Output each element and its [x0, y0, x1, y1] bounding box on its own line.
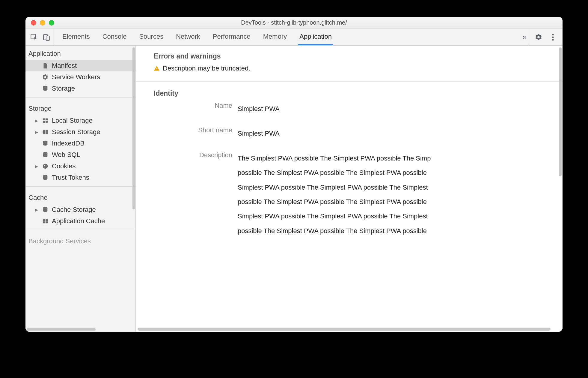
- window-title: DevTools - stitch-glib-typhoon.glitch.me…: [25, 19, 563, 26]
- svg-rect-28: [156, 68, 157, 69]
- tab-label: Sources: [139, 33, 163, 40]
- device-toggle-icon[interactable]: [42, 33, 51, 41]
- svg-rect-25: [46, 219, 48, 221]
- svg-point-19: [46, 165, 46, 166]
- svg-point-16: [43, 152, 48, 154]
- sidebar-item-service-workers[interactable]: Service Workers: [25, 71, 135, 83]
- tab-elements[interactable]: Elements: [61, 29, 91, 45]
- sidebar-divider: [25, 230, 135, 230]
- svg-rect-26: [43, 221, 45, 223]
- more-tabs-button[interactable]: »: [520, 33, 529, 41]
- sidebar-item-storage[interactable]: Storage: [25, 83, 135, 94]
- panes: ApplicationManifestService WorkersStorag…: [25, 46, 563, 332]
- sidebar-item-manifest[interactable]: Manifest: [25, 60, 135, 71]
- tab-network[interactable]: Network: [175, 29, 201, 45]
- sidebar-item-label: Storage: [52, 85, 75, 92]
- tab-performance[interactable]: Performance: [212, 29, 252, 45]
- tab-sources[interactable]: Sources: [138, 29, 165, 45]
- content-vertical-scrollbar[interactable]: [559, 47, 562, 176]
- svg-rect-7: [43, 118, 45, 120]
- svg-rect-8: [46, 118, 48, 120]
- sidebar-item-label: Service Workers: [52, 73, 100, 81]
- grid-icon: [42, 117, 49, 124]
- sidebar-horizontal-scrollbar[interactable]: [27, 328, 96, 331]
- application-sidebar: ApplicationManifestService WorkersStorag…: [25, 46, 136, 332]
- expand-icon: ▶: [34, 130, 39, 134]
- toolbar-right: [529, 29, 563, 45]
- db-icon: [42, 174, 49, 181]
- db-icon: [42, 151, 49, 158]
- sidebar-item-label: IndexedDB: [52, 140, 85, 147]
- svg-rect-2: [46, 36, 49, 40]
- sidebar-vertical-scrollbar[interactable]: [132, 47, 135, 209]
- settings-icon[interactable]: [534, 33, 543, 41]
- traffic-lights: [25, 20, 54, 26]
- sidebar-section-storage: Storage: [25, 100, 135, 115]
- inspect-element-icon[interactable]: [30, 33, 38, 41]
- tab-label: Console: [102, 33, 127, 40]
- minimize-window-button[interactable]: [40, 20, 45, 26]
- tab-application[interactable]: Application: [298, 29, 333, 45]
- file-icon: [42, 62, 49, 69]
- svg-rect-13: [43, 132, 45, 134]
- sidebar-item-indexeddb[interactable]: IndexedDB: [25, 138, 135, 149]
- manifest-panel: Errors and warnings Description may be t…: [136, 46, 563, 332]
- short-name-label: Short name: [154, 126, 238, 134]
- db-icon: [42, 140, 49, 147]
- kebab-menu-icon[interactable]: [549, 33, 557, 41]
- description-label: Description: [154, 151, 238, 159]
- main-toolbar: ElementsConsoleSourcesNetworkPerformance…: [25, 29, 563, 46]
- devtools-window: DevTools - stitch-glib-typhoon.glitch.me…: [25, 17, 563, 332]
- identity-description-row: Description The Simplest PWA possible Th…: [154, 151, 563, 238]
- sidebar-item-application-cache[interactable]: Application Cache: [25, 215, 135, 227]
- svg-rect-27: [46, 221, 48, 223]
- warning-icon: [154, 65, 160, 71]
- short-name-value: Simplest PWA: [238, 126, 280, 141]
- content-horizontal-scrollbar[interactable]: [138, 328, 551, 331]
- tab-memory[interactable]: Memory: [262, 29, 288, 45]
- svg-point-3: [552, 34, 554, 35]
- svg-point-22: [43, 175, 48, 177]
- identity-short-name-row: Short name Simplest PWA: [154, 126, 563, 141]
- name-value: Simplest PWA: [238, 102, 280, 116]
- sidebar-divider: [25, 186, 135, 187]
- tab-label: Performance: [213, 33, 251, 40]
- sidebar-item-trust-tokens[interactable]: Trust Tokens: [25, 172, 135, 183]
- tab-label: Network: [176, 33, 200, 40]
- sidebar-item-label: Manifest: [52, 62, 77, 70]
- svg-point-17: [43, 164, 48, 169]
- svg-rect-29: [156, 70, 157, 70]
- svg-rect-11: [43, 130, 45, 132]
- grid-icon: [42, 218, 49, 225]
- db-icon: [42, 206, 49, 213]
- sidebar-section-background-services: Background Services: [25, 233, 135, 248]
- sidebar-item-label: Local Storage: [52, 117, 93, 124]
- svg-point-20: [44, 167, 45, 167]
- svg-rect-12: [46, 130, 48, 132]
- sidebar-item-web-sql[interactable]: Web SQL: [25, 149, 135, 160]
- close-window-button[interactable]: [31, 20, 36, 26]
- svg-rect-24: [43, 219, 45, 221]
- sidebar-item-label: Web SQL: [52, 151, 80, 159]
- svg-rect-9: [43, 121, 45, 123]
- svg-point-5: [552, 39, 554, 40]
- tab-console[interactable]: Console: [101, 29, 128, 45]
- sidebar-item-label: Cookies: [52, 162, 76, 170]
- titlebar: DevTools - stitch-glib-typhoon.glitch.me…: [25, 17, 563, 29]
- tab-label: Elements: [62, 33, 90, 40]
- sidebar-divider: [25, 97, 135, 98]
- sidebar-item-cache-storage[interactable]: ▶Cache Storage: [25, 204, 135, 215]
- section-divider: [136, 81, 563, 82]
- inspect-controls: [25, 29, 55, 45]
- panel-tabs: ElementsConsoleSourcesNetworkPerformance…: [55, 29, 520, 45]
- warning-text: Description may be truncated.: [163, 64, 250, 72]
- svg-point-4: [552, 36, 554, 38]
- identity-name-row: Name Simplest PWA: [154, 102, 563, 116]
- zoom-window-button[interactable]: [49, 20, 54, 26]
- grid-icon: [42, 128, 49, 136]
- cookie-icon: [42, 163, 49, 170]
- db-icon: [42, 85, 49, 92]
- sidebar-item-session-storage[interactable]: ▶Session Storage: [25, 126, 135, 138]
- sidebar-item-local-storage[interactable]: ▶Local Storage: [25, 115, 135, 126]
- sidebar-item-cookies[interactable]: ▶Cookies: [25, 160, 135, 172]
